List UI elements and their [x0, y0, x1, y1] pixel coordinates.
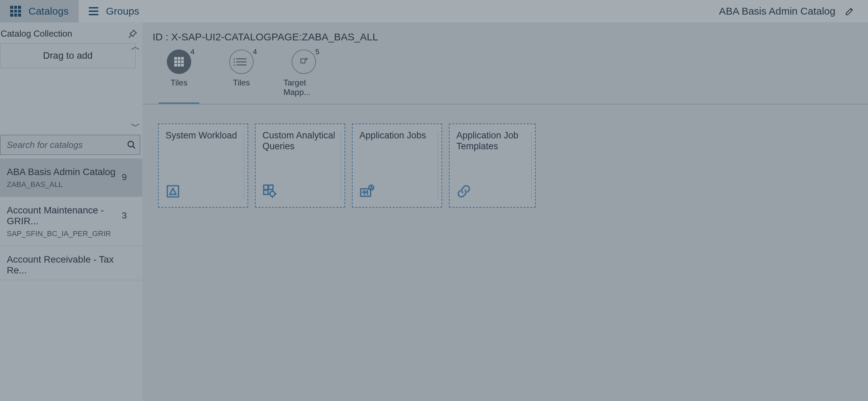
catalog-list: ︿ ABA Basis Admin Catalog ZABA_BAS_ALL 9…	[0, 158, 142, 401]
drop-area-gap: ﹀	[0, 68, 142, 135]
tile-title: Application Jobs	[359, 130, 435, 141]
tab-groups-label: Groups	[106, 5, 139, 17]
collection-label: Catalog Collection	[0, 28, 127, 39]
chevron-down-icon[interactable]: ﹀	[131, 120, 140, 133]
view-tab-label: Target Mapp...	[283, 78, 324, 97]
view-tabs: 4 Tiles 4 Tiles 5 Target Mapp...	[142, 43, 868, 104]
tile-system-workload[interactable]: System Workload	[158, 123, 248, 208]
svg-rect-2	[167, 186, 179, 197]
top-right: ABA Basis Admin Catalog	[719, 0, 868, 22]
svg-rect-4	[264, 185, 268, 190]
tile-custom-queries[interactable]: Custom Analytical Queries	[255, 123, 345, 208]
catalog-item-subtitle: ZABA_BAS_ALL	[7, 180, 129, 189]
page-title: ABA Basis Admin Catalog	[719, 5, 835, 17]
catalog-item-ar-tax[interactable]: Account Receivable - Tax Re...	[0, 246, 142, 280]
tile-divider	[438, 132, 438, 199]
tab-catalogs-label: Catalogs	[28, 5, 68, 17]
link-icon	[456, 184, 471, 199]
catalog-item-count: 3	[122, 210, 127, 221]
view-tab-label: Tiles	[233, 78, 250, 88]
catalog-item-count: 9	[122, 172, 127, 183]
tab-catalogs[interactable]: Catalogs	[0, 0, 79, 22]
chevron-up-icon[interactable]: ︿	[131, 40, 140, 53]
drag-to-add[interactable]: Drag to add	[0, 43, 136, 68]
catalog-id-line: ID : X-SAP-UI2-CATALOGPAGE:ZABA_BAS_ALL	[142, 22, 868, 43]
search-input[interactable]	[6, 139, 127, 151]
search-box[interactable]	[0, 135, 140, 155]
tile-job-templates[interactable]: Application Job Templates	[449, 123, 536, 208]
svg-rect-6	[264, 190, 268, 194]
tile-area: System Workload Custom Analytical Querie…	[142, 104, 868, 208]
view-tab-target-mappings[interactable]: 5 Target Mapp...	[283, 50, 324, 104]
svg-line-1	[133, 146, 135, 149]
list-view-icon	[229, 50, 254, 74]
catalog-item-subtitle: SAP_SFIN_BC_IA_PER_GRIR	[7, 229, 129, 238]
catalog-item-title: ABA Basis Admin Catalog	[7, 167, 129, 177]
view-tab-tiles-grid[interactable]: 4 Tiles	[159, 50, 199, 104]
svg-point-7	[270, 191, 275, 196]
view-tab-badge: 5	[315, 47, 319, 56]
jobs-icon	[359, 184, 374, 199]
tile-divider	[531, 132, 532, 199]
tab-groups[interactable]: Groups	[79, 0, 149, 22]
pencil-icon[interactable]	[845, 6, 854, 16]
tile-title: Application Job Templates	[456, 130, 528, 152]
hamburger-icon	[89, 7, 98, 15]
tile-divider	[244, 132, 244, 199]
search-icon[interactable]	[127, 140, 136, 150]
svg-line-15	[371, 188, 373, 188]
catalog-item-title: Account Maintenance - GRIR...	[7, 205, 129, 227]
svg-marker-3	[170, 188, 176, 194]
collection-header: Catalog Collection	[0, 22, 142, 43]
drag-to-add-label: Drag to add	[43, 50, 93, 61]
workload-icon	[165, 184, 180, 199]
tile-divider	[341, 132, 341, 199]
tile-title: Custom Analytical Queries	[262, 130, 338, 152]
view-tab-tiles-list[interactable]: 4 Tiles	[221, 50, 262, 104]
svg-rect-5	[269, 185, 273, 190]
svg-point-0	[128, 141, 134, 147]
main-panel: ID : X-SAP-UI2-CATALOGPAGE:ZABA_BAS_ALL …	[142, 22, 868, 401]
catalog-item-grir[interactable]: Account Maintenance - GRIR... SAP_SFIN_B…	[0, 197, 142, 246]
tile-application-jobs[interactable]: Application Jobs	[352, 123, 442, 208]
grid-view-icon	[167, 50, 191, 74]
view-tab-badge: 4	[191, 47, 195, 56]
pin-icon[interactable]	[127, 29, 138, 39]
grid-icon	[10, 6, 21, 17]
catalog-item-aba-basis[interactable]: ABA Basis Admin Catalog ZABA_BAS_ALL 9	[0, 158, 142, 197]
target-mapping-icon	[292, 50, 316, 74]
view-tab-label: Tiles	[171, 78, 188, 88]
tile-title: System Workload	[165, 130, 241, 141]
catalog-item-title: Account Receivable - Tax Re...	[7, 254, 129, 276]
left-sidebar: Catalog Collection Drag to add ︿ ﹀ ︿	[0, 22, 142, 401]
view-tab-badge: 4	[253, 47, 257, 56]
analytics-gear-icon	[262, 184, 277, 199]
top-bar: Catalogs Groups ABA Basis Admin Catalog	[0, 0, 868, 22]
